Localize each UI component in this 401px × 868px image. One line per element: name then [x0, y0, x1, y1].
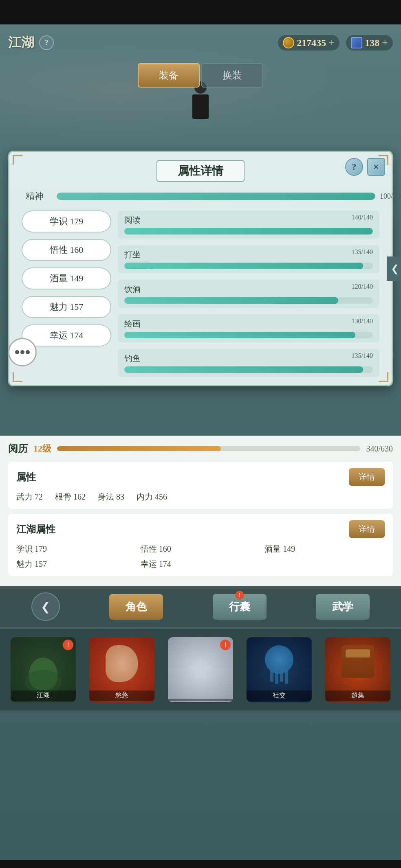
jianghu-detail-button[interactable]: 详情	[349, 520, 385, 538]
bottom-icon-3[interactable]: !	[168, 637, 233, 702]
stat-bar-huihua-bg	[124, 332, 373, 338]
currency2-add-button[interactable]: +	[382, 37, 388, 49]
hud-left: 江湖 ?	[8, 34, 54, 52]
attr-header: 属性 详情	[16, 468, 385, 486]
attribute-detail-modal: ❮ 属性详情 ? × 精神 100/100 学	[8, 151, 393, 386]
top-hud: 江湖 ? 217435 + 138 +	[0, 24, 401, 61]
gem-icon	[351, 37, 362, 48]
stats-grid: 学识 179 悟性 160 酒量 149 魅力 157 幸运 174 140/	[9, 210, 392, 377]
jianghu-wuxing: 悟性 160	[141, 544, 261, 555]
stat-bar-yinjiu: 120/140 饮酒	[118, 280, 379, 308]
attr-gengu: 根骨 162	[55, 491, 86, 502]
stat-pill-jiuliang: 酒量 149	[22, 267, 111, 289]
bottom-status-bar	[0, 860, 401, 868]
youyou-icon-deco	[106, 645, 138, 682]
stat-bar-dazuo-bg	[124, 263, 373, 269]
chat-dot-1	[15, 350, 19, 354]
stat-bar-yinjiu-fill	[124, 297, 338, 304]
stat-bar-diaoyu-value: 135/140	[352, 352, 373, 359]
stat-pill-xueshi: 学识 179	[22, 210, 111, 232]
nav-bag-button[interactable]: ! 行囊	[213, 594, 267, 620]
jianghu-meili: 魅力 157	[16, 559, 137, 570]
currency2-value: 138	[365, 37, 379, 48]
youyou-icon-label: 悠悠	[89, 690, 154, 701]
exp-bar-fill	[57, 446, 221, 451]
equip-tab-outfit[interactable]: 换装	[201, 63, 263, 88]
hud-right: 217435 + 138 +	[278, 35, 393, 50]
stat-bar-huihua-fill	[124, 332, 355, 338]
attr-detail-button[interactable]: 详情	[349, 468, 385, 486]
stat-bar-diaoyu-label: 钓鱼	[124, 353, 373, 364]
bottom-icons-row: ! 江湖 悠悠 ! 社交 超集	[0, 629, 401, 710]
modal-header: 属性详情 ? ×	[9, 152, 392, 186]
equip-tabs: 装备 换装	[138, 63, 263, 88]
currency1-value: 217435	[297, 37, 326, 48]
stat-bar-diaoyu-bg	[124, 366, 373, 373]
spirit-section: 精神 100/100	[9, 186, 392, 210]
stat-bar-huihua-value: 130/140	[352, 318, 373, 325]
bottom-nav: ❮ 角色 ! 行囊 武学	[0, 586, 401, 627]
bottom-icon-collection[interactable]: 超集	[325, 637, 390, 702]
collection-icon-label: 超集	[325, 690, 390, 701]
icon3-badge: !	[220, 640, 231, 650]
exp-level: 12级	[33, 443, 51, 455]
currency1-add-button[interactable]: +	[328, 37, 335, 49]
top-status-bar	[0, 0, 401, 24]
stat-bar-dazuo-fill	[124, 263, 363, 269]
stat-bar-huihua: 130/140 绘画	[118, 314, 379, 342]
help-button[interactable]: ?	[39, 35, 54, 50]
stat-bar-yuedu-bg	[124, 228, 373, 235]
spirit-bar-bg	[57, 193, 375, 200]
attr-wuli: 武力 72	[16, 491, 43, 502]
experience-section: 阅历 12级 340/630	[8, 436, 393, 462]
exp-bar-container	[57, 446, 360, 451]
stat-bar-diaoyu-fill	[124, 366, 363, 373]
bottom-icon-youyou[interactable]: 悠悠	[89, 637, 154, 702]
stat-bar-dazuo: 135/140 打坐	[118, 245, 379, 273]
attr-section-title: 属性	[16, 471, 36, 484]
character-display	[176, 81, 225, 155]
nav-wuxue-button[interactable]: 武学	[316, 594, 370, 620]
bag-badge: !	[235, 591, 244, 600]
spirit-row: 精神 100/100	[26, 190, 375, 202]
stat-pill-xingyun: 幸运 174	[22, 324, 111, 346]
spirit-bar-container: 100/100	[57, 193, 375, 200]
spirit-bar-fill	[57, 193, 375, 200]
icon3-deco	[188, 658, 213, 682]
char-body	[192, 94, 209, 119]
nav-back-button[interactable]: ❮	[31, 592, 60, 621]
currency1-display: 217435 +	[278, 35, 339, 50]
modal-close-button[interactable]: ×	[367, 158, 385, 176]
character-figure	[184, 81, 217, 130]
chat-bubble-button[interactable]	[8, 338, 37, 366]
exp-label: 阅历	[8, 442, 28, 455]
bottom-icon-social[interactable]: 社交	[247, 637, 312, 702]
modal-title: 属性详情	[178, 164, 223, 177]
stat-pill-wuxing: 悟性 160	[22, 239, 111, 261]
nav-role-button[interactable]: 角色	[109, 594, 163, 620]
equip-tab-equip[interactable]: 装备	[138, 63, 200, 88]
stat-bar-diaoyu: 135/140 钓鱼	[118, 349, 379, 377]
modal-title-box: 属性详情	[156, 160, 245, 182]
collection-icon-deco2	[346, 649, 370, 658]
stat-bar-yinjiu-bg	[124, 297, 373, 304]
social-icon-label: 社交	[247, 690, 312, 701]
jianghu-section-title: 江湖属性	[16, 523, 55, 536]
stat-bar-yuedu-fill	[124, 228, 373, 235]
modal-nav-button[interactable]: ❮	[387, 256, 401, 281]
attr-shenfa: 身法 83	[98, 491, 124, 502]
attr-row: 武力 72 根骨 162 身法 83 内力 456	[16, 491, 385, 502]
stat-right-column: 140/140 阅读 135/140 打坐 120/140 饮酒	[118, 210, 379, 377]
stat-bar-yuedu-value: 140/140	[352, 214, 373, 221]
social-icon-tentacles	[270, 670, 288, 684]
modal-help-button[interactable]: ?	[345, 158, 363, 176]
bottom-icon-jianghu[interactable]: ! 江湖	[11, 637, 76, 702]
coin-icon	[283, 37, 294, 48]
stat-bar-yuedu-label: 阅读	[124, 215, 373, 226]
attr-neili: 内力 456	[137, 491, 167, 502]
spirit-value: 100/100	[380, 192, 401, 201]
corner-decoration-br	[379, 372, 388, 382]
bottom-panel: 阅历 12级 340/630 属性 详情 武力 72 根骨 162 身法 83 …	[0, 436, 401, 589]
jianghu-jiuliang: 酒量 149	[264, 544, 385, 555]
stat-bar-dazuo-value: 135/140	[352, 248, 373, 256]
